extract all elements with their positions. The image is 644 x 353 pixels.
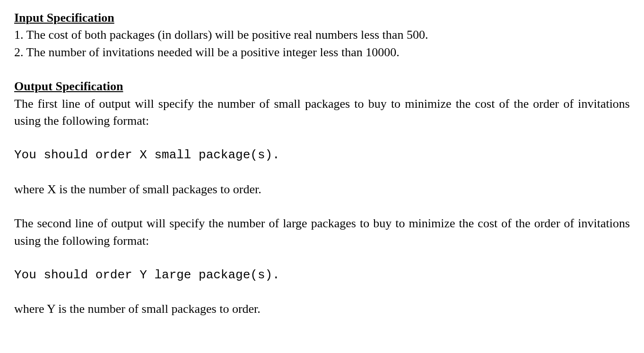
- output-spec-heading: Output Specification: [14, 78, 630, 95]
- input-spec-heading: Input Specification: [14, 9, 630, 26]
- paragraph-spacer: [14, 284, 630, 301]
- paragraph-spacer: [14, 250, 630, 267]
- output-spec-para-2: where X is the number of small packages …: [14, 181, 630, 198]
- output-spec-para-4: where Y is the number of small packages …: [14, 301, 630, 318]
- input-spec-item-2: 2. The number of invitations needed will…: [14, 44, 630, 61]
- input-spec-item-1: 1. The cost of both packages (in dollars…: [14, 26, 630, 43]
- input-specification-section: Input Specification 1. The cost of both …: [14, 9, 630, 61]
- output-spec-para-3: The second line of output will specify t…: [14, 215, 630, 250]
- output-spec-para-1: The first line of output will specify th…: [14, 95, 630, 130]
- paragraph-spacer: [14, 198, 630, 215]
- output-specification-section: Output Specification The first line of o…: [14, 78, 630, 318]
- section-spacer: [14, 61, 630, 78]
- paragraph-spacer: [14, 129, 630, 146]
- output-code-example-2: You should order Y large package(s).: [14, 267, 630, 284]
- output-code-example-1: You should order X small package(s).: [14, 146, 630, 164]
- paragraph-spacer: [14, 164, 630, 181]
